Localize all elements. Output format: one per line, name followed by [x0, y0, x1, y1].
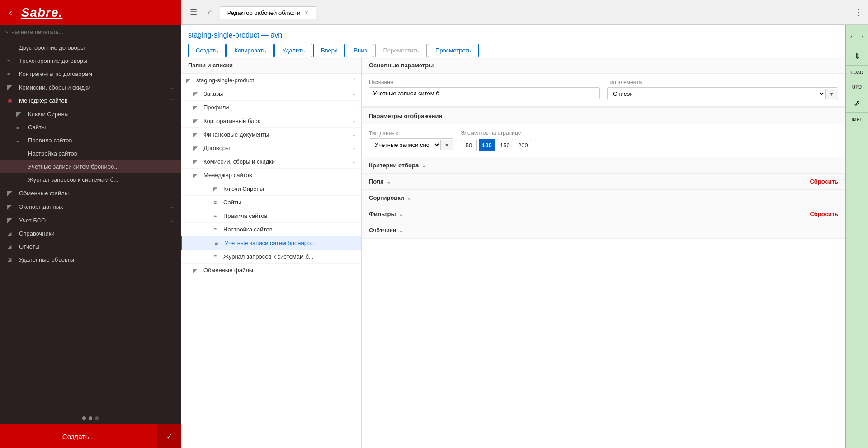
name-label: Название [369, 79, 600, 85]
impt-button[interactable]: IMPT [846, 112, 868, 127]
tree-item-fin-docs[interactable]: ◤ Финансовые документы ⌄ [181, 128, 361, 141]
tree-item-label: Ключи Сирены [223, 185, 264, 192]
sidebar-item-export[interactable]: ◤ Экспорт данных ⌄ [0, 200, 181, 213]
sidebar-item-handbooks[interactable]: ◪ Справочники [0, 227, 181, 240]
page-100[interactable]: 100 [479, 139, 495, 151]
list-icon: ≡ [16, 177, 24, 183]
tree-item-label: Сайты [223, 199, 241, 206]
folder-icon: ◤ [193, 145, 201, 151]
type-label: Тип элемента [607, 79, 838, 85]
name-input[interactable] [369, 87, 600, 99]
tree-item-commissions[interactable]: ◤ Комиссии, сборы и скидки ⌄ [181, 155, 361, 169]
criteria-header[interactable]: Критерии отбора ⌄ [362, 157, 845, 173]
copy-button[interactable]: Копировать [226, 44, 274, 57]
sidebar-item-sites[interactable]: ≡ Сайты [0, 121, 181, 134]
editor-header: staging-single-product — avn Создать Коп… [181, 25, 845, 57]
sidebar-item-bilateral[interactable]: ≡ Двусторонние договоры [0, 41, 181, 54]
download-button[interactable]: ⇓ [846, 47, 868, 65]
grid-icon: ◪ [7, 231, 15, 236]
sidebar-item-label: Сайты [28, 124, 46, 131]
sidebar-item-label: Комиссии, сборы и скидки [19, 84, 90, 91]
criteria-section: Критерии отбора ⌄ [362, 157, 845, 174]
sidebar-item-site-manager[interactable]: ▣ Менеджер сайтов ⌃ [0, 94, 181, 107]
counters-header[interactable]: Счётчики ⌄ [362, 222, 845, 238]
tree-item-orders[interactable]: ◤ Заказы ⌄ [181, 87, 361, 101]
down-button[interactable]: Вниз [346, 44, 374, 57]
tree-item-rules2[interactable]: ≡ Правила сайтов [181, 209, 361, 223]
workspace-tab[interactable]: Редактор рабочей области ✕ [220, 6, 316, 19]
sidebar-item-deleted[interactable]: ◪ Удаленные объекты [0, 253, 181, 266]
impt-label: IMPT [852, 117, 863, 122]
sidebar-item-exchange[interactable]: ◤ Обменные файлы [0, 186, 181, 200]
tree-item-site-mgr[interactable]: ◤ Менеджер сайтов ⌃ [181, 169, 361, 182]
filters-reset-button[interactable]: Сбросить [810, 211, 838, 217]
chevron-down-icon: ⌄ [352, 145, 356, 151]
select-arrow-icon: ▼ [440, 140, 453, 150]
delete-button[interactable]: Удалить [274, 44, 312, 57]
per-page-field: Элементов на странице 50 100 150 200 [461, 130, 531, 151]
sidebar-item-trilateral[interactable]: ≡ Трехсторонние договоры [0, 54, 181, 67]
tree-item-corporate[interactable]: ◤ Корпоративный блок ⌄ [181, 114, 361, 128]
tree-item-staging[interactable]: ◤ staging-single-product ⌃ [181, 74, 361, 87]
filters-header[interactable]: Фильтры ⌄ Сбросить [362, 206, 845, 222]
back-button[interactable]: ‹ [5, 5, 16, 19]
tree-item-exchange2[interactable]: ◤ Обменные файлы [181, 264, 361, 277]
sidebar-item-journal[interactable]: ≡ Журнал запросов к системам б... [0, 173, 181, 186]
sidebar-item-reports[interactable]: ◪ Отчёты [0, 240, 181, 253]
tree-item-label: Обменные файлы [203, 267, 253, 274]
search-input[interactable] [11, 28, 175, 35]
fields-header[interactable]: Поля ⌄ Сбросить [362, 174, 845, 189]
sidebar-item-rules[interactable]: ≡ Правила сайтов [0, 134, 181, 147]
chevron-down-icon: ⌄ [352, 132, 356, 137]
tab-close-icon[interactable]: ✕ [304, 10, 309, 16]
sidebar-item-accounts[interactable]: ≡ Учетные записи ситем бронирo... [0, 160, 181, 173]
fields-reset-button[interactable]: Сбросить [810, 178, 838, 185]
sidebar-item-contractors[interactable]: ≡ Контрагенты по договорам [0, 67, 181, 80]
sort-header[interactable]: Сортировки ⌄ [362, 190, 845, 206]
view-button[interactable]: Просмотреть [428, 44, 479, 57]
page-50[interactable]: 50 [461, 139, 477, 151]
page-200[interactable]: 200 [515, 139, 531, 151]
create-button[interactable]: Создать [188, 44, 226, 57]
nav-next-button[interactable]: › [857, 28, 868, 45]
hamburger-button[interactable]: ☰ [186, 5, 201, 19]
home-button[interactable]: ⌂ [204, 6, 216, 18]
sort-section: Сортировки ⌄ [362, 190, 845, 206]
more-options-icon[interactable]: ⋮ [854, 7, 863, 17]
list-icon: ≡ [16, 164, 24, 170]
grid-icon: ◪ [7, 257, 15, 263]
grid-icon: ◪ [7, 244, 15, 250]
chevron-up-icon: ⌃ [352, 172, 356, 178]
sidebar-item-keys[interactable]: ◤ Ключи Сирены [0, 107, 181, 121]
type-select-wrap: Список ▼ [607, 87, 838, 100]
tree-item-label: Журнал запросов к системам б... [223, 253, 314, 260]
logo: Sabre. [21, 5, 63, 20]
create-main-button[interactable]: Создать... [0, 424, 157, 448]
page-150[interactable]: 150 [497, 139, 513, 151]
tree-item-contracts[interactable]: ◤ Договоры ⌄ [181, 141, 361, 155]
up-button[interactable]: Вверх [313, 44, 345, 57]
create-dropdown-button[interactable]: ✓ [157, 424, 181, 448]
data-type-select[interactable]: Учетные записи сис [369, 139, 440, 151]
load-button[interactable]: LOAD [846, 65, 868, 80]
upd-button[interactable]: UPD [846, 80, 868, 94]
list-icon: ≡ [16, 138, 24, 143]
tree-item-profiles[interactable]: ◤ Профили ⌄ [181, 101, 361, 114]
tree-item-sites2[interactable]: ≡ Сайты [181, 196, 361, 209]
editor-body: Папки и списки ◤ staging-single-product … [181, 57, 845, 448]
tree-item-accounts2[interactable]: ≡ Учетные записи ситем бронирo... [181, 236, 361, 250]
dot-3 [95, 416, 99, 420]
sidebar-item-commissions[interactable]: ◤ Комиссии, сборы и скидки ⌄ [0, 80, 181, 94]
folder-icon: ◤ [193, 91, 201, 97]
move-button[interactable]: Переместить [375, 44, 427, 57]
nav-prev-button[interactable]: ‹ [846, 28, 857, 45]
tree-item-settings2[interactable]: ≡ Настройка сайтов [181, 223, 361, 236]
type-select[interactable]: Список [608, 88, 825, 100]
export-button[interactable]: ⇗ [846, 94, 868, 112]
tree-item-keys2[interactable]: ◤ Ключи Сирены [181, 182, 361, 196]
tree-item-journal2[interactable]: ≡ Журнал запросов к системам б... [181, 250, 361, 264]
sidebar-item-settings[interactable]: ≡ Настройка сайтов [0, 147, 181, 160]
list-icon: ≡ [7, 45, 15, 51]
pagination-row: Тип данных Учетные записи сис ▼ Элементо… [362, 124, 845, 157]
sidebar-item-bso[interactable]: ◤ Учет БСО ⌄ [0, 213, 181, 227]
